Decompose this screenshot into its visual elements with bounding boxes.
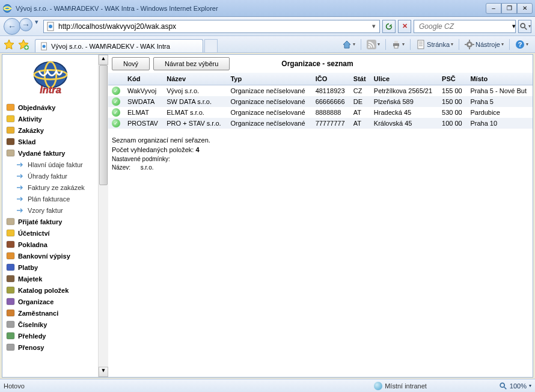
cell-nazev: PRO + STAV s.r.o. xyxy=(163,118,227,129)
rss-icon xyxy=(367,40,376,49)
sidebar-item-p-enosy[interactable]: Přenosy xyxy=(2,341,98,353)
sidebar-item-vydan-faktury[interactable]: Vydané faktury xyxy=(2,147,98,159)
column-header[interactable]: PSČ xyxy=(438,73,466,85)
sidebar-item-faktury-ze-zak-zek[interactable]: Faktury ze zakázek xyxy=(2,182,98,193)
svg-rect-41 xyxy=(7,275,14,282)
menu-icon xyxy=(6,103,15,112)
security-zone[interactable]: Místní intranet xyxy=(374,382,427,390)
address-input[interactable] xyxy=(58,22,368,31)
svg-rect-46 xyxy=(7,332,14,339)
svg-rect-40 xyxy=(7,264,14,271)
svg-rect-13 xyxy=(394,41,398,43)
scroll-down-button[interactable]: ▼ xyxy=(99,367,108,377)
sidebar-item-p-ijat-faktury[interactable]: Přijaté faktury xyxy=(2,216,98,227)
sidebar-item-label: Objednávky xyxy=(18,104,55,111)
cell-ulice: Petržílkova 2565/21 xyxy=(370,85,438,97)
stop-button[interactable]: ✕ xyxy=(398,20,411,33)
return-without-selection-button[interactable]: Návrat bez výběru xyxy=(153,57,230,70)
sidebar-item-label: Přijaté faktury xyxy=(18,218,62,225)
svg-point-48 xyxy=(500,383,504,387)
sidebar-item-pl-n-fakturace[interactable]: Plán fakturace xyxy=(2,193,98,204)
organizations-table: KódNázevTypIČOStátUlicePSČMísto ✓WakVyvo… xyxy=(108,73,533,129)
sidebar-item-sklad[interactable]: Sklad xyxy=(2,136,98,147)
sidebar-item-hlavn-daje-faktur[interactable]: Hlavní údaje faktur xyxy=(2,159,98,170)
svg-rect-34 xyxy=(7,138,14,145)
scroll-up-button[interactable]: ▲ xyxy=(99,55,108,65)
address-dropdown[interactable]: ▾ xyxy=(368,22,379,30)
column-header[interactable]: Kód xyxy=(124,73,163,85)
page-menu-button[interactable]: Stránka▾ xyxy=(413,38,456,51)
sidebar-item-label: Plán fakturace xyxy=(28,195,70,203)
sidebar-item-aktivity[interactable]: Aktivity xyxy=(2,113,98,124)
refresh-button[interactable] xyxy=(382,20,396,33)
search-go-button[interactable]: ▾ xyxy=(518,20,531,33)
column-header[interactable]: Typ xyxy=(227,73,311,85)
column-header[interactable]: Název xyxy=(163,73,227,85)
browser-tab[interactable]: Vývoj s.r.o. - WAM\RADEKV - WAK Intra xyxy=(35,39,203,52)
forward-button[interactable]: → xyxy=(19,18,32,31)
address-bar[interactable]: ▾ xyxy=(43,20,380,33)
cell-ulice: Královská 45 xyxy=(370,118,438,129)
svg-point-20 xyxy=(468,43,471,46)
maximize-button[interactable]: ❐ xyxy=(501,3,517,14)
cell-ulice: Hradecká 45 xyxy=(370,107,438,118)
column-header[interactable]: Ulice xyxy=(370,73,438,85)
logo-box: Intra xyxy=(2,55,98,102)
page-icon xyxy=(46,22,56,31)
nav-history-dropdown[interactable]: ▾ xyxy=(32,18,41,35)
home-icon xyxy=(342,40,352,49)
tools-menu-button[interactable]: Nástroje▾ xyxy=(462,38,507,51)
new-button[interactable]: Nový xyxy=(112,57,150,70)
column-header[interactable]: Místo xyxy=(466,73,533,85)
sidebar-item-majetek[interactable]: Majetek xyxy=(2,273,98,284)
svg-rect-36 xyxy=(7,218,14,225)
feeds-button[interactable]: ▾ xyxy=(364,38,383,51)
zoom-control[interactable]: 100% ▾ xyxy=(499,382,531,390)
column-header[interactable]: Stát xyxy=(350,73,370,85)
table-row[interactable]: ✓WakVyvojVývoj s.r.o.Organizace nečíselo… xyxy=(108,85,533,97)
scroll-thumb[interactable] xyxy=(99,65,108,185)
sidebar-item--seln-ky[interactable]: Číselníky xyxy=(2,319,98,330)
add-favorite-icon[interactable] xyxy=(18,39,29,50)
sidebar-item-organizace[interactable]: Organizace xyxy=(2,296,98,307)
menu-icon xyxy=(6,308,15,317)
close-button[interactable]: ✕ xyxy=(517,3,533,14)
home-button[interactable]: ▾ xyxy=(339,38,358,51)
svg-rect-23 xyxy=(465,44,466,45)
help-button[interactable]: ?▾ xyxy=(512,38,531,51)
table-row[interactable]: ✓SWDATASW DATA s.r.o.Organizace nečíselo… xyxy=(108,96,533,107)
sidebar-item-label: Zaměstnanci xyxy=(18,310,58,317)
search-box[interactable]: ▾ xyxy=(414,20,516,33)
sidebar-item-label: Přehledy xyxy=(18,332,46,340)
window-title: Vývoj s.r.o. - WAM\RADEKV - WAK Intra - … xyxy=(16,5,486,12)
sidebar-item-p-ehledy[interactable]: Přehledy xyxy=(2,330,98,341)
status-ok-icon: ✓ xyxy=(112,87,120,95)
favorites-icon[interactable] xyxy=(4,39,14,50)
sidebar-item--etnictv-[interactable]: Účetnictví xyxy=(2,227,98,239)
sidebar-item-pokladna[interactable]: Pokladna xyxy=(2,239,98,250)
table-row[interactable]: ✓ELMATELMAT s.r.o.Organizace nečíselovan… xyxy=(108,107,533,118)
info-count-value: 4 xyxy=(195,146,199,153)
sidebar-item--hrady-faktur[interactable]: Úhrady faktur xyxy=(2,170,98,182)
sidebar-scrollbar[interactable]: ▲ ▼ xyxy=(98,55,108,377)
zoom-icon xyxy=(499,382,507,390)
column-header[interactable]: IČO xyxy=(312,73,350,85)
sidebar-item-zam-stnanci[interactable]: Zaměstnanci xyxy=(2,307,98,319)
table-row[interactable]: ✓PROSTAVPRO + STAV s.r.o.Organizace nečí… xyxy=(108,118,533,129)
sidebar-item-objedn-vky[interactable]: Objednávky xyxy=(2,102,98,113)
cell-psc: 150 00 xyxy=(438,96,466,107)
search-provider-dropdown[interactable]: ▾ xyxy=(512,22,516,30)
sidebar-item-vzory-faktur[interactable]: Vzory faktur xyxy=(2,204,98,216)
back-button[interactable]: ← xyxy=(4,18,20,35)
sidebar-item-bankovn-v-pisy[interactable]: Bankovní výpisy xyxy=(2,250,98,262)
cell-misto: Pardubice xyxy=(466,107,533,118)
print-button[interactable]: ▾ xyxy=(388,38,408,51)
sidebar-item-platby[interactable]: Platby xyxy=(2,262,98,273)
sidebar-item-zak-zky[interactable]: Zakázky xyxy=(2,124,98,136)
sidebar-item-label: Pokladna xyxy=(18,241,47,248)
minimize-button[interactable]: – xyxy=(486,3,501,14)
new-tab-button[interactable] xyxy=(204,39,218,52)
column-header[interactable] xyxy=(108,73,124,85)
search-input[interactable] xyxy=(419,22,510,31)
sidebar-item-katalog-polo-ek[interactable]: Katalog položek xyxy=(2,284,98,296)
